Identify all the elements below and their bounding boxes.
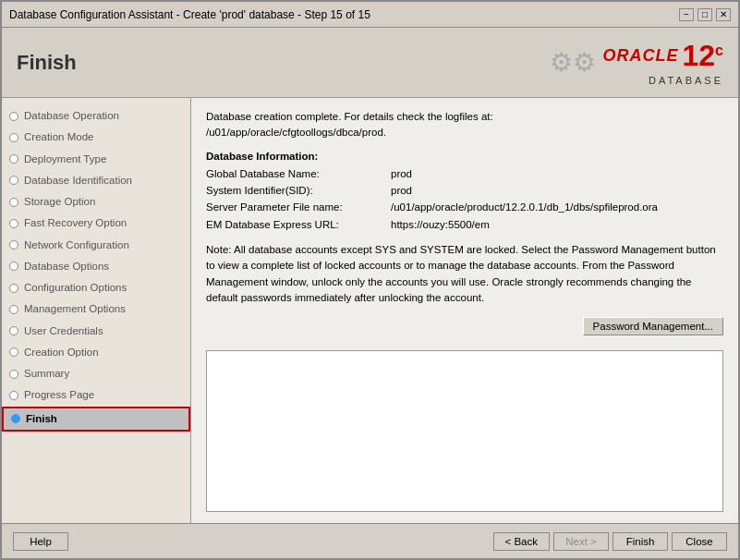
password-management-button[interactable]: Password Management...	[583, 317, 723, 335]
sidebar-item-database-options[interactable]: Database Options	[2, 256, 190, 277]
global-db-name-value: prod	[391, 165, 723, 182]
footer: Help < Back Next > Finish Close	[2, 523, 738, 558]
sidebar-item-database-operation[interactable]: Database Operation	[2, 105, 190, 127]
db-info-title: Database Information:	[206, 151, 723, 162]
gear-icon: ⚙⚙	[550, 47, 596, 78]
sidebar-dot-fast-recovery-option	[9, 219, 18, 228]
sidebar-dot-database-operation	[9, 112, 18, 121]
oracle-database-label: DATABASE	[649, 75, 723, 86]
page-title: Finish	[17, 51, 77, 75]
sidebar-label-storage-option: Storage Option	[24, 194, 95, 210]
sidebar-item-user-credentials[interactable]: User Credentials	[2, 321, 190, 342]
sidebar-item-network-configuration[interactable]: Network Configuration	[2, 235, 190, 256]
empty-content-box	[206, 350, 723, 512]
sidebar-label-creation-option: Creation Option	[24, 345, 99, 360]
sidebar-dot-configuration-options	[9, 284, 18, 293]
sidebar-item-fast-recovery-option[interactable]: Fast Recovery Option	[2, 213, 190, 234]
oracle-version: 12 c	[683, 39, 724, 73]
sidebar-item-database-identification[interactable]: Database Identification	[2, 170, 190, 191]
note-text: Note: All database accounts except SYS a…	[206, 242, 723, 306]
spfile-value: /u01/app/oracle/product/12.2.0.1/db_1/db…	[391, 199, 723, 215]
sidebar: Database OperationCreation ModeDeploymen…	[2, 98, 191, 523]
sidebar-item-configuration-options[interactable]: Configuration Options	[2, 277, 190, 298]
db-info-section: Database Information: Global Database Na…	[206, 151, 723, 234]
sidebar-label-configuration-options: Configuration Options	[24, 280, 127, 296]
sid-label: System Identifier(SID):	[206, 182, 391, 199]
sidebar-label-database-options: Database Options	[24, 259, 109, 274]
sidebar-label-creation-mode: Creation Mode	[24, 129, 93, 145]
sidebar-dot-summary	[9, 370, 18, 379]
sidebar-label-fast-recovery-option: Fast Recovery Option	[24, 215, 127, 231]
sidebar-item-finish[interactable]: Finish	[2, 407, 190, 432]
sidebar-label-progress-page: Progress Page	[24, 387, 94, 403]
sidebar-dot-management-options	[9, 305, 18, 314]
close-button-footer[interactable]: Close	[672, 532, 727, 551]
main-content: Database OperationCreation ModeDeploymen…	[2, 98, 738, 523]
sidebar-label-database-operation: Database Operation	[24, 108, 119, 124]
sidebar-item-management-options[interactable]: Management Options	[2, 298, 190, 320]
sid-value: prod	[391, 182, 723, 199]
sidebar-dot-storage-option	[9, 198, 18, 207]
footer-nav-buttons: < Back Next > Finish Close	[493, 532, 727, 551]
sidebar-label-finish: Finish	[26, 411, 57, 427]
sidebar-item-storage-option[interactable]: Storage Option	[2, 191, 190, 213]
header-bar: Finish ⚙⚙ ORACLE 12 c DATABASE	[2, 28, 738, 98]
help-button[interactable]: Help	[13, 532, 68, 551]
title-bar-buttons: − □ ✕	[679, 8, 731, 21]
em-url-label: EM Database Express URL:	[206, 216, 391, 233]
sidebar-label-summary: Summary	[24, 366, 69, 382]
password-btn-row: Password Management...	[206, 317, 723, 335]
sidebar-dot-network-configuration	[9, 240, 18, 250]
oracle-branding: ⚙⚙ ORACLE 12 c DATABASE	[550, 39, 724, 86]
sidebar-label-deployment-type: Deployment Type	[24, 152, 106, 167]
minimize-button[interactable]: −	[679, 8, 694, 21]
back-button[interactable]: < Back	[493, 532, 550, 551]
sidebar-label-database-identification: Database Identification	[24, 173, 132, 189]
main-window: Database Configuration Assistant - Creat…	[0, 0, 740, 560]
completion-text: Database creation complete. For details …	[206, 109, 723, 141]
sidebar-label-network-configuration: Network Configuration	[24, 237, 129, 253]
oracle-text: ORACLE	[603, 46, 679, 66]
close-button[interactable]: ✕	[716, 8, 731, 21]
em-url-value: https://ouzy:5500/em	[391, 216, 723, 233]
sidebar-dot-database-options	[9, 262, 18, 271]
spfile-label: Server Parameter File name:	[206, 199, 391, 215]
sidebar-label-user-credentials: User Credentials	[24, 323, 103, 339]
sidebar-dot-creation-option	[9, 347, 18, 357]
sidebar-dot-user-credentials	[9, 326, 18, 335]
next-button[interactable]: Next >	[553, 532, 609, 551]
sidebar-dot-progress-page	[9, 391, 18, 400]
sidebar-item-creation-mode[interactable]: Creation Mode	[2, 127, 190, 148]
title-bar: Database Configuration Assistant - Creat…	[2, 2, 738, 28]
global-db-name-label: Global Database Name:	[206, 165, 391, 182]
db-info-table: Global Database Name: prod System Identi…	[206, 165, 723, 234]
content-area: Database creation complete. For details …	[191, 98, 738, 523]
window-title: Database Configuration Assistant - Creat…	[9, 8, 370, 21]
oracle-brand: ORACLE 12 c	[603, 39, 724, 73]
sidebar-label-management-options: Management Options	[24, 301, 126, 317]
sidebar-item-deployment-type[interactable]: Deployment Type	[2, 149, 190, 170]
sidebar-dot-deployment-type	[9, 154, 18, 164]
finish-button[interactable]: Finish	[613, 532, 668, 551]
sidebar-item-progress-page[interactable]: Progress Page	[2, 384, 190, 406]
version-number: 12	[683, 39, 716, 73]
sidebar-dot-database-identification	[9, 176, 18, 185]
version-super: c	[715, 43, 723, 59]
sidebar-dot-creation-mode	[9, 133, 18, 142]
maximize-button[interactable]: □	[698, 8, 712, 21]
sidebar-dot-finish	[11, 414, 20, 423]
oracle-logo: ORACLE 12 c DATABASE	[603, 39, 724, 86]
sidebar-item-summary[interactable]: Summary	[2, 363, 190, 384]
sidebar-item-creation-option[interactable]: Creation Option	[2, 342, 190, 363]
